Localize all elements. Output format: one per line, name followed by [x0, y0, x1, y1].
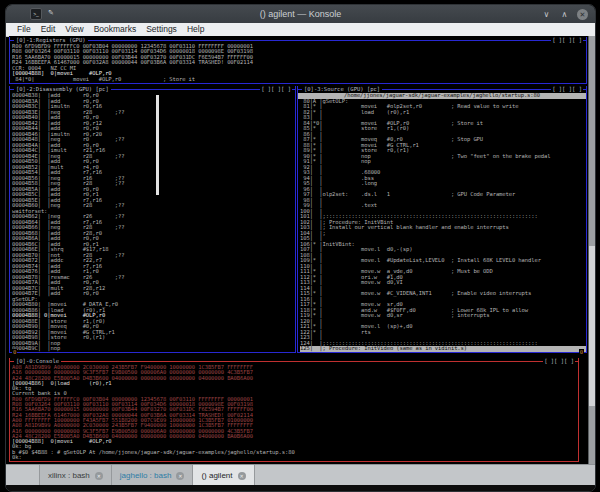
tab-xilinx-bash[interactable]: xilinx : bash	[39, 465, 112, 486]
titlebar-icons: >_ ✎	[30, 8, 56, 20]
source-scroll-chip: 0	[579, 349, 584, 355]
terminal-area[interactable]: [0]-1:Registers (GPU) [ ][ ][ ] R00 6FD9…	[9, 36, 595, 464]
minimize-button[interactable]	[541, 9, 552, 20]
window-title: () agilent — Konsole	[6, 5, 595, 23]
registers-panel-title: [0]-1:Registers (GPU)	[14, 37, 88, 44]
source-panel-header: [0]-3:Source (GPU) [pc] [ ][ ][ ]	[298, 86, 586, 93]
terminal-scrollbar-thumb[interactable]	[589, 246, 595, 406]
console-panel-title: [0]-0:Console	[14, 358, 61, 365]
menu-help[interactable]: Help	[182, 23, 209, 36]
menu-bookmarks[interactable]: Bookmarks	[89, 23, 142, 36]
session-tabbar: xilinx : bash jaghello : bash () agilent	[6, 464, 595, 486]
panel-disassembly[interactable]: [0]-2:Disassembly (GPU) [pc] [ ][ ][ ] 0…	[9, 86, 296, 353]
disassembly-scrollbar-thumb[interactable]	[156, 95, 159, 195]
panel-console[interactable]: [0]-0:Console [ ][ ][ ] A08 A81D9B99 A00…	[9, 358, 579, 462]
panel-source[interactable]: [0]-3:Source (GPU) [pc] [ ][ ][ ] /home/…	[297, 86, 587, 353]
source-rows: 80|A |gSetOLP: 81|* | movei #olp2set,r0 …	[298, 99, 586, 352]
menu-settings[interactable]: Settings	[141, 23, 182, 36]
tab-jaghello-bash[interactable]: jaghello : bash	[112, 465, 194, 486]
konsole-app-icon: >_	[30, 8, 42, 20]
window-controls	[541, 5, 588, 23]
pin-icon: ✎	[46, 8, 56, 18]
tab-agilent[interactable]: () agilent	[193, 465, 254, 486]
menu-file[interactable]: File	[12, 23, 36, 36]
disassembly-panel-header: [0]-2:Disassembly (GPU) [pc] [ ][ ][ ]	[10, 86, 295, 93]
menu-edit[interactable]: Edit	[36, 23, 61, 36]
tab-label: jaghello : bash	[120, 471, 172, 480]
source-panel-title: [0]-3:Source (GPU) [pc]	[302, 86, 382, 93]
menubar: File Edit View Bookmarks Settings Help	[6, 23, 595, 37]
console-rows: A08 A81D9B99 A0000000 2C030000 243B5FB7 …	[10, 365, 578, 460]
tab-label: () agilent	[201, 471, 232, 480]
tab-close-icon[interactable]	[176, 472, 184, 480]
registers-rows: R00 6FD9BFD9 FFFFFFC0 00F03B04 00000000 …	[10, 44, 586, 82]
console-panel-header: [0]-0:Console [ ][ ][ ]	[10, 358, 578, 365]
terminal-scrollbar[interactable]	[588, 36, 596, 464]
window-bottom-frame	[6, 485, 595, 491]
registers-panel-header: [0]-1:Registers (GPU) [ ][ ][ ]	[10, 37, 586, 44]
panel-registers[interactable]: [0]-1:Registers (GPU) [ ][ ][ ] R00 6FD9…	[9, 37, 587, 84]
tab-close-icon[interactable]	[95, 472, 103, 480]
maximize-button[interactable]	[559, 9, 570, 20]
panel-window-buttons-icon[interactable]: [ ][ ][ ]	[551, 86, 583, 93]
titlebar[interactable]: >_ ✎ () agilent — Konsole	[6, 5, 595, 23]
disassembly-panel-title: [0]-2:Disassembly (GPU) [pc]	[14, 86, 111, 93]
tab-label: xilinx : bash	[48, 471, 90, 480]
panel-window-buttons-icon[interactable]: [ ][ ][ ]	[551, 37, 583, 44]
disassembly-scroll-chip: 0	[12, 349, 17, 355]
disassembly-rows: 00004B38| |add r0,r000004B3A| |add r0,r0…	[10, 93, 295, 352]
tab-close-icon[interactable]	[238, 472, 246, 480]
menu-view[interactable]: View	[60, 23, 88, 36]
panel-window-buttons-icon[interactable]: [ ][ ][ ]	[543, 358, 575, 365]
close-button[interactable]	[577, 9, 588, 20]
konsole-window: >_ ✎ () agilent — Konsole File Edit View…	[5, 4, 596, 492]
panel-window-buttons-icon[interactable]: [ ][ ][ ]	[260, 86, 292, 93]
